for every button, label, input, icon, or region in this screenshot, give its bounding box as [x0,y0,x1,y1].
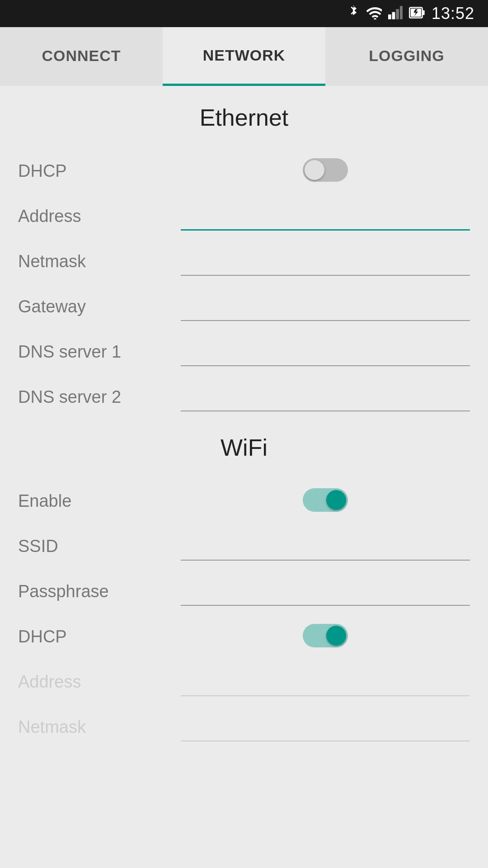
wifi-icon [366,6,382,22]
netmask-input[interactable] [181,248,470,276]
wifi-address-row: Address [18,651,470,696]
status-bar: 13:52 [0,0,488,27]
address-label: Address [18,207,181,231]
dhcp-label: DHCP [18,161,181,185]
netmask-row: Netmask [18,231,470,276]
bluetooth-icon [347,5,359,23]
netmask-label: Netmask [18,252,181,276]
wifi-enable-toggle-thumb [326,490,346,510]
ssid-input[interactable] [181,533,470,561]
gateway-label: Gateway [18,297,181,321]
dns2-row: DNS server 2 [18,366,470,411]
wifi-netmask-input-wrap [181,714,470,741]
dhcp-toggle-thumb [305,160,324,180]
ssid-row: SSID [18,515,470,561]
dns1-input[interactable] [181,339,470,366]
main-content: Ethernet DHCP Address Netmask [0,86,488,741]
dns2-input-wrap [181,384,470,411]
address-input-wrap [181,203,470,231]
dhcp-toggle-wrap [181,158,470,185]
wifi-enable-label: Enable [18,491,181,515]
ssid-label: SSID [18,537,181,561]
wifi-dhcp-toggle[interactable] [303,624,348,647]
wifi-enable-toggle[interactable] [303,488,348,512]
wifi-netmask-input[interactable] [181,714,470,741]
tab-logging[interactable]: LOGGING [325,27,488,86]
passphrase-row: Passphrase [18,561,470,606]
gateway-row: Gateway [18,276,470,321]
wifi-section: WiFi Enable SSID Passphrase [18,411,470,741]
wifi-dhcp-toggle-thumb [326,626,346,646]
ethernet-title: Ethernet [18,86,470,140]
dns1-row: DNS server 1 [18,321,470,366]
wifi-netmask-row: Netmask [18,696,470,741]
wifi-title: WiFi [18,411,470,470]
passphrase-input-wrap [181,578,470,606]
address-row: Address [18,185,470,231]
tab-bar: CONNECT NETWORK LOGGING [0,27,488,86]
wifi-dhcp-toggle-wrap [181,624,470,651]
svg-rect-4 [400,6,403,19]
tab-network[interactable]: NETWORK [163,27,325,86]
address-input[interactable] [181,203,470,231]
ssid-input-wrap [181,533,470,561]
svg-rect-2 [392,12,395,19]
tab-connect[interactable]: CONNECT [0,27,163,86]
gateway-input-wrap [181,293,470,321]
dns2-input[interactable] [181,384,470,411]
ethernet-section: Ethernet DHCP Address Netmask [18,86,470,411]
passphrase-label: Passphrase [18,582,181,606]
wifi-dhcp-label: DHCP [18,627,181,651]
gateway-input[interactable] [181,293,470,321]
dhcp-toggle[interactable] [303,158,348,182]
svg-rect-6 [422,10,424,14]
wifi-address-input-wrap [181,669,470,696]
wifi-enable-toggle-wrap [181,488,470,515]
dns2-label: DNS server 2 [18,387,181,411]
svg-rect-1 [388,14,391,19]
netmask-input-wrap [181,248,470,276]
wifi-dhcp-row: DHCP [18,606,470,651]
passphrase-input[interactable] [181,578,470,606]
battery-icon [409,6,425,22]
wifi-address-input[interactable] [181,669,470,696]
svg-rect-3 [396,9,399,19]
svg-point-0 [374,18,376,19]
dns1-label: DNS server 1 [18,342,181,366]
status-time: 13:52 [432,4,474,23]
wifi-enable-row: Enable [18,470,470,515]
wifi-netmask-label: Netmask [18,717,181,741]
dhcp-row: DHCP [18,140,470,185]
signal-icon [388,6,403,22]
wifi-address-label: Address [18,672,181,696]
dns1-input-wrap [181,339,470,366]
status-icons: 13:52 [347,4,474,23]
